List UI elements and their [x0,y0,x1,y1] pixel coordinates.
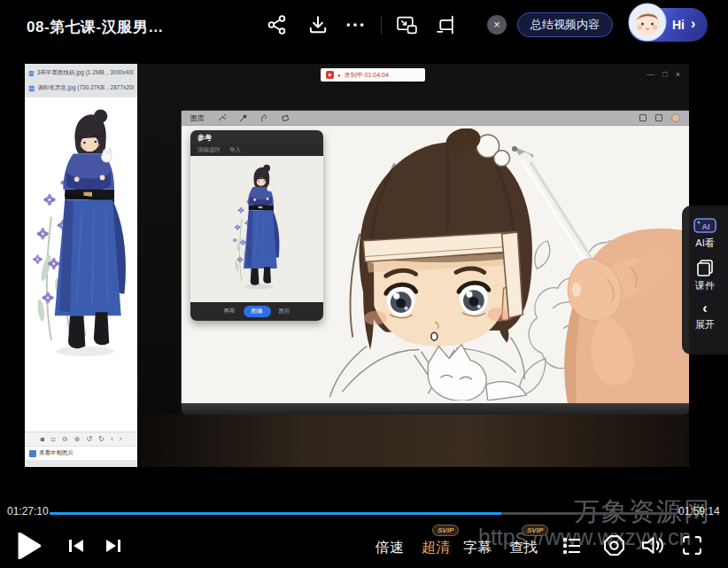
eraser-icon [281,113,290,122]
smudge-icon [259,113,268,122]
reference-actions: 清除选区 导入 [190,144,323,156]
share-button[interactable] [266,14,289,37]
side-tools-panel: AI AI看 课件 ‹ 展开 [682,206,728,354]
ai-camera-icon: AI [693,216,716,234]
desk-surface [137,415,689,467]
chevron-left-icon: ‹ [702,301,707,315]
reference-illustration [26,97,136,424]
recording-time: 录制中 01:04:04 [345,71,389,80]
recording-dot-icon: ● [337,73,341,78]
viewer-status-bar: 查看中相图片 [25,446,137,460]
image-file-icon [28,84,35,93]
minimize-icon: — [647,70,654,79]
progress-played [50,512,501,515]
reference-thumbnail [226,159,288,300]
download-button[interactable] [306,14,329,37]
recorder-logo-icon [326,71,334,79]
reference-panel: 参考 清除选区 导入 画布 图像 [190,130,323,321]
artist-hand-and-stylus [474,146,689,403]
viewer-footer [25,460,137,467]
close-icon: × [493,18,500,31]
assistant-chevron-icon: › [691,16,695,32]
play-icon [18,533,41,559]
fullscreen-button[interactable] [681,534,703,559]
download-icon [307,14,329,35]
viewer-toolbar: ▪ ▫ ⊖ ⊕ ↺ ↻ ‹ › [25,432,137,446]
more-icon [345,14,366,35]
maximize-icon: □ [662,70,667,79]
picture-in-picture-button[interactable] [395,14,418,37]
expand-button[interactable]: ‹ 展开 [695,301,715,331]
svg-text:AI: AI [702,222,710,231]
play-button[interactable] [18,533,41,562]
thumbnail-icon: ▪ [40,436,44,443]
rotate-right-icon: ↻ [98,436,105,443]
cast-icon [435,14,457,35]
next-button[interactable] [105,537,122,557]
procreate-toolbar-right [639,113,680,122]
reference-panel-header: 参考 [190,130,323,144]
tab-image: 图像 [244,306,271,317]
next-image-icon: › [120,436,122,443]
window-close-icon: × [676,70,680,79]
file-list: 3布甲草图线稿.jpg (1.2MB，3000x4000像素) · 1/1 调和… [25,64,137,97]
share-icon [267,14,288,35]
playlist-button[interactable] [561,535,583,559]
image-viewer-panel: 3布甲草图线稿.jpg (1.2MB，3000x4000像素) · 1/1 调和… [25,64,137,467]
record-screen-button[interactable] [603,534,625,559]
layers-icon [639,114,647,121]
current-time: 01:27:10 [7,505,49,517]
zoom-out-icon: ⊖ [62,436,68,443]
svip-badge: SVIP [432,525,459,536]
previous-button[interactable] [67,537,85,557]
recording-scene: ● 录制中 01:04:04 — □ × 图库 [137,64,689,467]
previous-icon [67,537,85,555]
cast-button[interactable] [434,14,457,37]
subtitle-button[interactable]: 字幕 [463,539,492,557]
tab-canvas: 画布 [224,307,236,315]
tab-face: 面容 [279,307,290,315]
file-name: 调和笔示意.jpg (730.27KB，2877x2083像素) [38,84,134,92]
prev-image-icon: ‹ [111,436,113,443]
color-swatch-icon [671,113,680,122]
zoom-in-icon: ⊕ [74,436,81,443]
drawing-canvas: 参考 清除选区 导入 画布 图像 [182,126,689,403]
file-name: 3布甲草图线稿.jpg (1.2MB，3000x4000像素) · 1/1 [37,69,134,77]
fullscreen-icon [681,534,703,556]
drawing-tablet: 图库 [182,111,689,403]
rotate-left-icon: ↺ [86,436,92,443]
volume-icon [641,534,665,556]
reference-tabs: 画布 图像 面容 [190,302,323,321]
total-time: 01:59:14 [678,505,720,517]
gallery-button: 图库 [190,113,205,123]
summarize-video-button[interactable]: 总结视频内容 [517,12,613,37]
viewer-status-text: 查看中相图片 [39,449,74,457]
window-controls: — □ × [647,70,680,79]
adjust-icon [655,114,662,121]
find-button[interactable]: 查找 [509,539,538,557]
next-icon [105,537,122,555]
assistant-pill[interactable]: Hi › [629,8,708,42]
video-surface[interactable]: 3布甲草图线稿.jpg (1.2MB，3000x4000像素) · 1/1 调和… [25,64,689,467]
slideshow-icon: ▫ [50,436,55,443]
progress-bar[interactable] [50,512,677,515]
courseware-label: 课件 [695,279,715,292]
quality-button[interactable]: 超清 [422,539,450,557]
ai-watch-button[interactable]: AI AI看 [693,216,716,250]
top-bar: 08-第七课-汉服男… [0,0,728,53]
playlist-icon [561,535,583,556]
tablet-bezel [182,403,689,415]
reference-title: 参考 [197,133,212,143]
procreate-toolbar: 图库 [182,111,689,126]
more-button[interactable] [344,14,367,37]
expand-label: 展开 [695,318,715,331]
import-button: 导入 [229,146,241,154]
volume-button[interactable] [641,534,665,559]
courseware-button[interactable]: 课件 [695,259,715,292]
clear-selection-button: 清除选区 [197,146,221,154]
close-button[interactable]: × [487,15,507,35]
ai-watch-label: AI看 [695,237,714,250]
speed-button[interactable]: 倍速 [376,539,404,557]
svip-badge: SVIP [522,525,548,536]
recording-indicator: ● 录制中 01:04:04 [321,68,425,82]
